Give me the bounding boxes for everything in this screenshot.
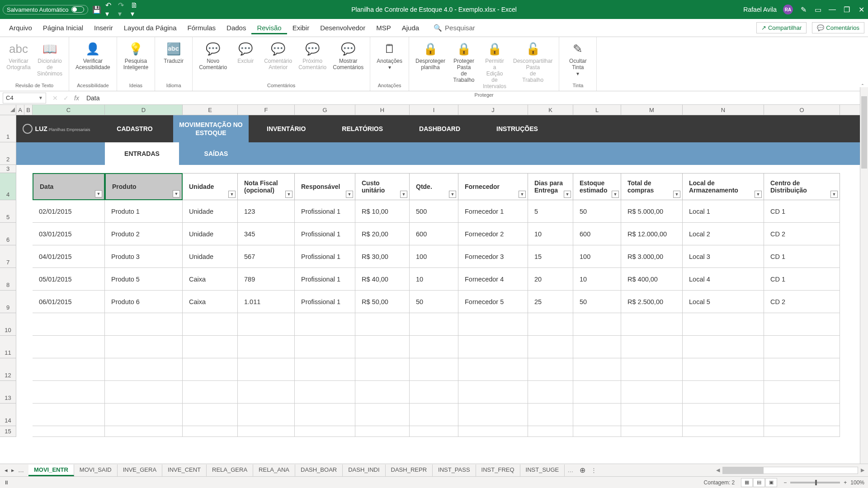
menu-desenvolvedor[interactable]: Desenvolvedor xyxy=(315,21,371,34)
nav-instrucoes[interactable]: INSTRUÇÕES xyxy=(478,115,556,142)
cell[interactable]: CD 1 xyxy=(764,200,840,223)
cell[interactable]: Fornecedor 3 xyxy=(458,245,528,268)
cell[interactable] xyxy=(238,336,295,358)
cell[interactable] xyxy=(573,358,621,381)
cell[interactable] xyxy=(33,358,105,381)
sheet-nav-prev-icon[interactable]: ▸ xyxy=(11,467,14,474)
cell[interactable] xyxy=(355,358,410,381)
sheet-nav-more-icon[interactable]: … xyxy=(18,467,24,474)
row-header[interactable]: 14 xyxy=(0,404,16,426)
cell[interactable] xyxy=(528,404,573,426)
nav-movimentacao[interactable]: MOVIMENTAÇÃO NO ESTOQUE xyxy=(173,115,249,142)
col-header-L[interactable]: L xyxy=(573,105,621,115)
cell[interactable]: 5 xyxy=(528,200,573,223)
col-header-J[interactable]: J xyxy=(458,105,528,115)
row-header[interactable]: 4 xyxy=(0,173,16,200)
filter-dropdown-icon[interactable]: ▼ xyxy=(755,191,762,198)
table-header[interactable]: Qtde.▼ xyxy=(410,173,458,200)
cell[interactable] xyxy=(528,381,573,404)
cell[interactable] xyxy=(573,426,621,437)
filter-dropdown-icon[interactable]: ▼ xyxy=(285,191,292,198)
minimize-icon[interactable]: — xyxy=(828,5,836,14)
row-header[interactable]: 1 xyxy=(0,115,16,142)
col-header-I[interactable]: I xyxy=(410,105,458,115)
cell[interactable] xyxy=(105,336,183,358)
row-header[interactable]: 9 xyxy=(0,291,16,313)
close-icon[interactable]: ✕ xyxy=(857,5,865,14)
table-header[interactable]: Produto▼ xyxy=(105,173,183,200)
cell[interactable]: Unidade xyxy=(183,223,238,245)
sheet-tab[interactable]: MOVI_ENTR xyxy=(28,465,74,476)
menu-reviso[interactable]: Revisão xyxy=(251,21,287,34)
filter-dropdown-icon[interactable]: ▼ xyxy=(830,191,838,198)
cell[interactable]: R$ 12.000,00 xyxy=(621,223,683,245)
ribbon-pesquisa-inteligente[interactable]: 💡PesquisaInteligente xyxy=(121,39,151,72)
nav-dashboard[interactable]: DASHBOARD xyxy=(401,115,478,142)
col-header-F[interactable]: F xyxy=(238,105,295,115)
cell[interactable] xyxy=(105,381,183,404)
sheet-tab[interactable]: RELA_ANA xyxy=(253,465,295,476)
filter-dropdown-icon[interactable]: ▼ xyxy=(564,191,571,198)
cell[interactable] xyxy=(295,358,355,381)
table-header[interactable]: Unidade▼ xyxy=(183,173,238,200)
cell[interactable] xyxy=(355,313,410,336)
col-header-H[interactable]: H xyxy=(355,105,410,115)
sheet-tab[interactable]: DASH_REPR xyxy=(386,465,433,476)
sheet-tab[interactable]: DASH_BOAR xyxy=(295,465,343,476)
cell[interactable]: 05/01/2015 xyxy=(33,268,105,291)
cell[interactable]: 123 xyxy=(238,200,295,223)
table-header[interactable]: Total de compras▼ xyxy=(621,173,683,200)
view-layout-button[interactable]: ▤ xyxy=(753,478,765,487)
cell[interactable]: 50 xyxy=(410,291,458,313)
cell[interactable]: Profissional 1 xyxy=(295,245,355,268)
ribbon-mode-icon[interactable]: ▭ xyxy=(814,5,822,14)
ribbon-desproteger-planilha[interactable]: 🔒Desprotegerplanilha xyxy=(413,39,448,72)
filter-dropdown-icon[interactable]: ▼ xyxy=(400,191,407,198)
cell[interactable] xyxy=(105,313,183,336)
cell[interactable]: CD 2 xyxy=(764,291,840,313)
table-header[interactable]: Local de Armazenamento▼ xyxy=(683,173,764,200)
name-box[interactable]: C4▼ xyxy=(3,93,46,103)
cell[interactable]: Fornecedor 1 xyxy=(458,200,528,223)
cell[interactable]: 50 xyxy=(573,291,621,313)
cell[interactable] xyxy=(183,426,238,437)
cell[interactable] xyxy=(410,313,458,336)
cell[interactable] xyxy=(573,381,621,404)
pen-icon[interactable]: ✎ xyxy=(799,5,807,14)
fx-icon[interactable]: fx xyxy=(74,94,79,102)
cell[interactable]: R$ 50,00 xyxy=(355,291,410,313)
cell[interactable] xyxy=(410,336,458,358)
cell[interactable]: R$ 400,00 xyxy=(621,268,683,291)
col-header-O[interactable]: O xyxy=(764,105,840,115)
cell[interactable] xyxy=(410,426,458,437)
cell[interactable] xyxy=(295,426,355,437)
cell[interactable]: 789 xyxy=(238,268,295,291)
menu-pginainicial[interactable]: Página Inicial xyxy=(38,21,89,34)
col-header-K[interactable]: K xyxy=(528,105,573,115)
hscroll-left-icon[interactable]: ◀ xyxy=(716,467,720,473)
cell[interactable] xyxy=(410,381,458,404)
undo-icon[interactable]: ↶ ▾ xyxy=(105,5,113,14)
horizontal-scrollbar[interactable] xyxy=(722,467,858,474)
ribbon-proteger-pasta-de-trabalho[interactable]: 🔒ProtegerPastadeTrabalho xyxy=(449,39,479,85)
cell[interactable]: Local 4 xyxy=(683,268,764,291)
zoom-in-button[interactable]: + xyxy=(844,479,847,486)
cell[interactable] xyxy=(410,404,458,426)
cell[interactable]: 04/01/2015 xyxy=(33,245,105,268)
vertical-scrollbar[interactable] xyxy=(860,87,868,464)
nav-inventario[interactable]: INVENTÁRIO xyxy=(249,115,324,142)
row-header[interactable]: 8 xyxy=(0,268,16,291)
cell[interactable] xyxy=(295,381,355,404)
col-header-A[interactable]: A xyxy=(16,105,24,115)
cell[interactable] xyxy=(183,313,238,336)
nav-cadastro[interactable]: CADASTRO xyxy=(96,115,173,142)
cell[interactable]: 100 xyxy=(410,245,458,268)
redo-icon[interactable]: ↷ ▾ xyxy=(118,5,126,14)
filter-dropdown-icon[interactable]: ▼ xyxy=(346,191,353,198)
cell[interactable] xyxy=(683,404,764,426)
sheet-tab[interactable]: INST_SUGE xyxy=(520,465,565,476)
menu-inserir[interactable]: Inserir xyxy=(89,21,118,34)
cell[interactable] xyxy=(238,381,295,404)
col-header-E[interactable]: E xyxy=(183,105,238,115)
cell[interactable]: 03/01/2015 xyxy=(33,223,105,245)
